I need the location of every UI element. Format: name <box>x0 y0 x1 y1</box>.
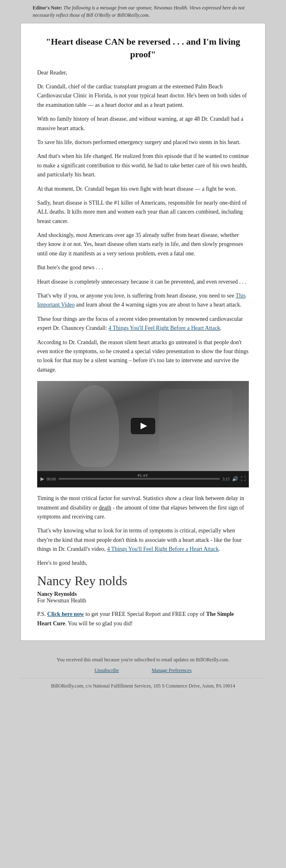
paragraph-timing: Timing is the most critical factor for s… <box>37 494 249 521</box>
paragraph-7: And shockingly, most Americans over age … <box>37 231 249 258</box>
footer: You received this email because you're s… <box>0 649 286 695</box>
video-expand-icon[interactable]: ⛶ <box>241 476 246 482</box>
paragraph-1: Dr. Crandall, chief of the cardiac trans… <box>37 82 249 110</box>
paragraph-6: Sadly, heart disease is STILL the #1 kil… <box>37 198 249 226</box>
footer-divider <box>20 678 266 679</box>
good-health: Here's to good health, <box>37 559 249 568</box>
ps-pre: P.S. <box>37 611 47 617</box>
unsubscribe-link[interactable]: Unsubscribe <box>94 666 119 675</box>
four-things-link-2[interactable]: 4 Things You'll Feel Right Before a Hear… <box>107 546 219 552</box>
footer-address: BillOReilly.com, c/o National Fulfillmen… <box>4 682 282 691</box>
video-volume-icon[interactable]: 🔊 <box>232 476 238 482</box>
manage-preferences-link[interactable]: Manage Preferences <box>152 666 192 675</box>
footer-email-notice: You received this email because you're s… <box>4 656 282 665</box>
paragraph-knowing: That's why knowing what to look for in t… <box>37 526 249 554</box>
main-article-container: "Heart disease CAN be reversed . . . and… <box>20 23 266 641</box>
paragraph-link-2: These four things are the focus of a rec… <box>37 315 249 333</box>
ps-click-here-link[interactable]: Click here now <box>47 611 84 617</box>
four-things-link-1[interactable]: 4 Things You'll Feel Right Before a Hear… <box>109 325 220 331</box>
video-container[interactable]: PLAY ▶ 00:00 3:15 🔊 ⛶ <box>37 381 249 487</box>
para-link-2-post: . <box>220 325 222 331</box>
paragraph-5: At that moment, Dr. Crandall began his o… <box>37 185 249 194</box>
paragraph-3: To save his life, doctors performed emer… <box>37 138 249 147</box>
play-icon <box>141 423 147 429</box>
play-label: PLAY <box>131 473 155 478</box>
paragraph-8: But here's the good news . . . <box>37 263 249 272</box>
ps-line: P.S. Click here now to get your FREE Spe… <box>37 610 249 628</box>
ps-end: . You will be so glad you did! <box>65 620 133 627</box>
signature-cursive: Nancy Rey nolds <box>37 573 249 588</box>
signature-area: Nancy Rey nolds <box>37 573 249 588</box>
paragraph-2: With no family history of heart disease,… <box>37 115 249 133</box>
video-time-end: 3:15 <box>222 477 230 481</box>
video-progress-bar[interactable] <box>58 478 220 480</box>
paragraph-4: And that's when his life changed. He rea… <box>37 152 249 179</box>
signature-title: For Newsmax Health <box>37 597 249 604</box>
editor-note-label: Editor's Note: <box>33 5 62 11</box>
para-link-1-pre: That's why if you, or anyone you love, i… <box>37 293 236 299</box>
editor-note: Editor's Note: The following is a messag… <box>0 0 286 23</box>
knowing-post: . <box>219 546 220 552</box>
video-time-start: 00:00 <box>47 477 56 481</box>
salutation: Dear Reader, <box>37 68 249 77</box>
video-play-icon[interactable]: ▶ <box>40 476 44 482</box>
paragraph-silent: According to Dr. Crandall, the reason si… <box>37 338 249 375</box>
ps-post: to get your FREE Special Report and FREE… <box>84 611 206 617</box>
editor-note-text: The following is a message from our spon… <box>33 5 244 18</box>
signature-name: Nancy Reynolds <box>37 591 249 597</box>
article-headline: "Heart disease CAN be reversed . . . and… <box>37 36 249 61</box>
timing-death: death <box>99 505 111 511</box>
play-button[interactable]: PLAY <box>131 418 155 434</box>
paragraph-9: Heart disease is completely unnecessary … <box>37 277 249 286</box>
footer-links: Unsubscribe Manage Preferences <box>4 666 282 675</box>
play-button-overlay[interactable]: PLAY <box>37 381 249 471</box>
para-link-1-post: and learn about the 4 warning signs you … <box>75 302 241 308</box>
paragraph-link-1: That's why if you, or anyone you love, i… <box>37 291 249 310</box>
